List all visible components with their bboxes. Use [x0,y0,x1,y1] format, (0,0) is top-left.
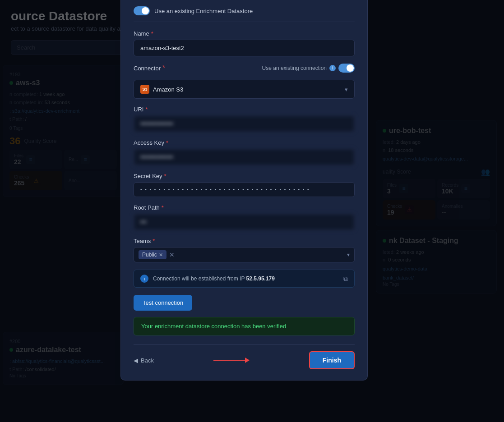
ip-info-text: Connection will be established from IP 5… [153,275,275,282]
name-label: Name * [134,30,355,37]
test-connection-button[interactable]: Test connection [134,295,192,311]
required-marker: * [164,173,166,179]
modal-top-section: Use an existing Enrichment Datastore [134,0,355,22]
required-marker: * [162,204,164,211]
required-marker: * [162,64,165,72]
back-button[interactable]: ◀ Back [134,357,154,364]
ip-info-box: i Connection will be established from IP… [134,270,355,288]
info-icon: i [329,65,336,71]
copy-icon[interactable]: ⧉ [343,275,348,283]
team-remove-icon[interactable]: ✕ [159,252,163,258]
access-key-label: Access Key * [134,139,355,146]
teams-field-group: Teams * Public ✕ ✕ ▾ [134,238,355,262]
root-path-input[interactable] [134,214,355,230]
connector-value: Amazon S3 [153,86,183,93]
arrow-line [213,360,245,361]
required-marker: * [151,30,153,37]
secret-dots: • • • • • • • • • • • • • • • • • • • • … [140,187,310,192]
root-path-field-group: Root Path * [134,204,355,230]
name-input[interactable] [134,40,355,56]
toggle-label: Use an existing Enrichment Datastore [154,8,253,14]
root-path-label: Root Path * [134,204,355,211]
connector-select[interactable]: S3 Amazon S3 ▾ [134,80,355,99]
use-existing-label: Use an existing connection [262,65,327,71]
finish-button[interactable]: Finish [309,351,355,369]
arrow-head-icon [245,358,250,363]
secret-key-input[interactable]: • • • • • • • • • • • • • • • • • • • • … [134,182,355,197]
uri-label: URI * [134,106,355,113]
connector-label-group: Connector * [134,64,165,72]
team-tag-public: Public ✕ [139,250,166,259]
use-existing-group: Use an existing connection i [262,64,355,73]
required-marker: * [166,139,168,146]
required-marker: * [153,238,155,244]
name-field-group: Name * [134,30,355,56]
teams-input[interactable]: Public ✕ ✕ ▾ [134,247,355,262]
access-key-field-group: Access Key * [134,139,355,165]
uri-field-group: URI * [134,106,355,132]
access-key-input[interactable] [134,149,355,165]
s3-icon: S3 [140,85,149,94]
ip-address: 52.5.95.179 [246,275,275,282]
teams-clear-icon[interactable]: ✕ [169,251,175,258]
required-marker: * [145,106,148,113]
teams-label: Teams * [134,238,355,244]
info-circle-icon: i [140,275,148,283]
back-arrow-icon: ◀ [134,357,138,364]
modal-footer: ◀ Back Finish [134,344,355,369]
toggle-knob [142,7,149,14]
teams-chevron-icon[interactable]: ▾ [347,252,350,258]
secret-key-field-group: Secret Key * • • • • • • • • • • • • • •… [134,173,355,197]
secret-key-label: Secret Key * [134,173,355,179]
enrichment-toggle[interactable] [134,6,150,15]
team-name: Public [142,252,157,258]
modal-dialog: Use an existing Enrichment Datastore Nam… [120,0,368,381]
connection-toggle[interactable] [338,64,355,73]
toggle-knob [347,64,354,72]
uri-input[interactable] [134,115,355,132]
chevron-down-icon: ▾ [345,86,348,93]
connector-row: Connector * Use an existing connection i [134,64,355,73]
success-message: Your enrichment datastore connection has… [134,317,355,335]
connector-label: Connector [134,65,161,72]
connector-select-group: S3 Amazon S3 ▾ [134,80,355,99]
